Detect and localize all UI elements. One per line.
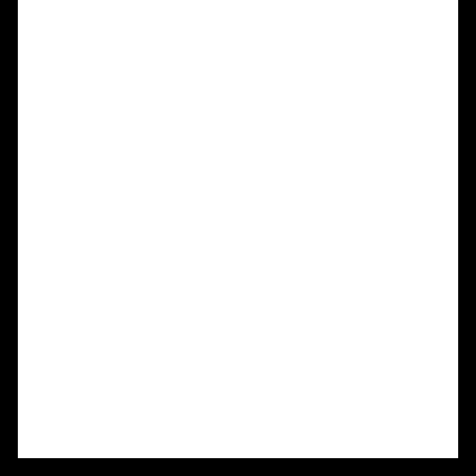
curve-layer <box>18 18 458 458</box>
frame-top <box>0 0 476 18</box>
frame-right <box>458 0 476 476</box>
frame-bottom <box>0 458 476 476</box>
frame-left <box>0 0 18 476</box>
chart-container <box>0 0 476 476</box>
plot-area <box>18 18 458 458</box>
